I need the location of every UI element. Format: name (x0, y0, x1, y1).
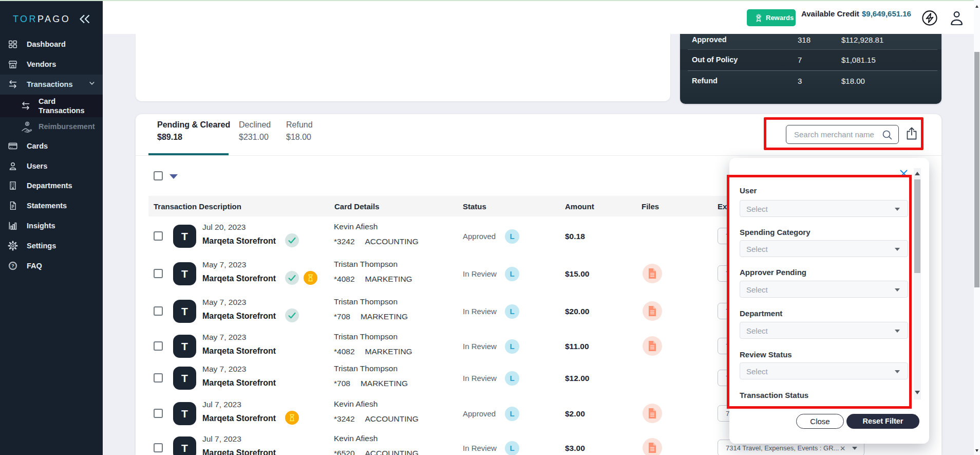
svg-text:?: ? (11, 263, 14, 268)
